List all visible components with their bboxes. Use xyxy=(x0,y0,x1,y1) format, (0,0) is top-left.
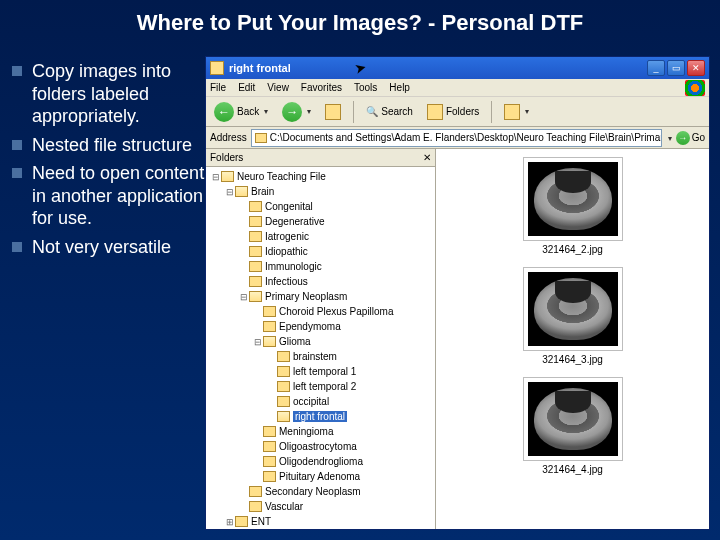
folders-pane: Folders ✕ ⊟Neuro Teaching File⊟BrainCong… xyxy=(206,149,436,529)
folder-icon xyxy=(249,501,262,512)
windows-logo-icon xyxy=(685,80,705,96)
tree-node[interactable]: Meningioma xyxy=(206,424,435,439)
tree-label: brainstem xyxy=(293,351,337,362)
slide-title: Where to Put Your Images? - Personal DTF xyxy=(0,0,720,54)
tree-node[interactable]: left temporal 1 xyxy=(206,364,435,379)
minimize-button[interactable]: _ xyxy=(647,60,665,76)
folder-icon xyxy=(277,411,290,422)
address-bar: Address C:\Documents and Settings\Adam E… xyxy=(206,127,709,149)
bullet-icon xyxy=(12,168,22,178)
bullet-item: Need to open content in another applicat… xyxy=(12,162,222,230)
folder-icon xyxy=(263,471,276,482)
explorer-window: right frontal _ ▭ ✕ File Edit View Favor… xyxy=(205,56,710,530)
menu-file[interactable]: File xyxy=(210,82,226,93)
tree-label: Brain xyxy=(251,186,274,197)
expand-icon[interactable]: ⊟ xyxy=(252,337,263,347)
tree-node[interactable]: Degenerative xyxy=(206,214,435,229)
forward-button[interactable]: → xyxy=(278,100,315,124)
go-icon: → xyxy=(676,131,690,145)
thumbnail-pane: 321464_2.jpg321464_3.jpg321464_4.jpg xyxy=(436,149,709,529)
tree-label: occipital xyxy=(293,396,329,407)
tree-node[interactable]: Vascular xyxy=(206,499,435,514)
expand-icon[interactable]: ⊟ xyxy=(210,172,221,182)
tree-node[interactable]: Oligoastrocytoma xyxy=(206,439,435,454)
menu-tools[interactable]: Tools xyxy=(354,82,377,93)
expand-icon[interactable]: ⊞ xyxy=(224,517,235,527)
close-button[interactable]: ✕ xyxy=(687,60,705,76)
ct-scan-image xyxy=(528,382,618,456)
tree-node[interactable]: left temporal 2 xyxy=(206,379,435,394)
thumb-filename: 321464_2.jpg xyxy=(542,244,603,255)
menu-edit[interactable]: Edit xyxy=(238,82,255,93)
tree-label: Congenital xyxy=(265,201,313,212)
folder-icon xyxy=(263,306,276,317)
expand-icon[interactable]: ⊟ xyxy=(238,292,249,302)
tree-node[interactable]: Ependymoma xyxy=(206,319,435,334)
titlebar[interactable]: right frontal _ ▭ ✕ xyxy=(206,57,709,79)
tree-node[interactable]: right frontal xyxy=(206,409,435,424)
tree-label: Primary Neoplasm xyxy=(265,291,347,302)
tree-node[interactable]: brainstem xyxy=(206,349,435,364)
address-label: Address xyxy=(210,132,247,143)
go-button[interactable]: →Go xyxy=(676,129,705,147)
folder-icon xyxy=(277,351,290,362)
tree-label: left temporal 2 xyxy=(293,381,356,392)
tree-node[interactable]: Choroid Plexus Papilloma xyxy=(206,304,435,319)
tree-label: Oligoastrocytoma xyxy=(279,441,357,452)
search-icon: 🔍 xyxy=(366,106,378,117)
tree-label: ENT xyxy=(251,516,271,527)
ct-scan-image xyxy=(528,162,618,236)
thumbnail[interactable]: 321464_2.jpg xyxy=(518,157,628,255)
menu-help[interactable]: Help xyxy=(389,82,410,93)
thumbnail[interactable]: 321464_3.jpg xyxy=(518,267,628,365)
tree-node[interactable]: occipital xyxy=(206,394,435,409)
thumb-filename: 321464_4.jpg xyxy=(542,464,603,475)
tree-label: Immunologic xyxy=(265,261,322,272)
menu-favorites[interactable]: Favorites xyxy=(301,82,342,93)
tree-node[interactable]: ⊟Glioma xyxy=(206,334,435,349)
tree-node[interactable]: Idiopathic xyxy=(206,244,435,259)
folder-icon xyxy=(277,366,290,377)
window-title: right frontal xyxy=(229,62,645,74)
search-button[interactable]: 🔍Search xyxy=(362,100,417,124)
address-input[interactable]: C:\Documents and Settings\Adam E. Flande… xyxy=(251,129,662,147)
folder-icon xyxy=(263,321,276,332)
tree-node[interactable]: Pituitary Adenoma xyxy=(206,469,435,484)
thumbnail[interactable]: 321464_4.jpg xyxy=(518,377,628,475)
tree-node[interactable]: ⊟Primary Neoplasm xyxy=(206,289,435,304)
folder-icon xyxy=(249,261,262,272)
tree-label: Idiopathic xyxy=(265,246,308,257)
bullet-item: Copy images into folders labeled appropr… xyxy=(12,60,222,128)
expand-icon[interactable]: ⊟ xyxy=(224,187,235,197)
tree-node[interactable]: Immunologic xyxy=(206,259,435,274)
tree-label: Iatrogenic xyxy=(265,231,309,242)
back-button[interactable]: ←Back xyxy=(210,100,272,124)
up-button[interactable] xyxy=(321,100,345,124)
bullet-icon xyxy=(12,140,22,150)
thumb-frame xyxy=(523,267,623,351)
menubar: File Edit View Favorites Tools Help xyxy=(206,79,709,97)
folder-icon xyxy=(249,486,262,497)
tree-node[interactable]: ⊟Neuro Teaching File xyxy=(206,169,435,184)
tree-node[interactable]: Congenital xyxy=(206,199,435,214)
folders-button[interactable]: Folders xyxy=(423,100,483,124)
tree-node[interactable]: ⊞ENT xyxy=(206,514,435,529)
tree-node[interactable]: Secondary Neoplasm xyxy=(206,484,435,499)
bullet-icon xyxy=(12,66,22,76)
folder-icon xyxy=(249,291,262,302)
menu-view[interactable]: View xyxy=(267,82,289,93)
tree-label: Neuro Teaching File xyxy=(237,171,326,182)
tree-node[interactable]: Iatrogenic xyxy=(206,229,435,244)
tree-label: Vascular xyxy=(265,501,303,512)
views-button[interactable] xyxy=(500,100,533,124)
tree-node[interactable]: ⊟Brain xyxy=(206,184,435,199)
folder-icon xyxy=(263,336,276,347)
tree-label: Infectious xyxy=(265,276,308,287)
maximize-button[interactable]: ▭ xyxy=(667,60,685,76)
toolbar: ←Back → 🔍Search Folders xyxy=(206,97,709,127)
tree-node[interactable]: Oligodendroglioma xyxy=(206,454,435,469)
close-pane-button[interactable]: ✕ xyxy=(423,152,431,163)
tree-node[interactable]: Infectious xyxy=(206,274,435,289)
address-dropdown[interactable] xyxy=(666,132,672,143)
separator xyxy=(491,101,492,123)
